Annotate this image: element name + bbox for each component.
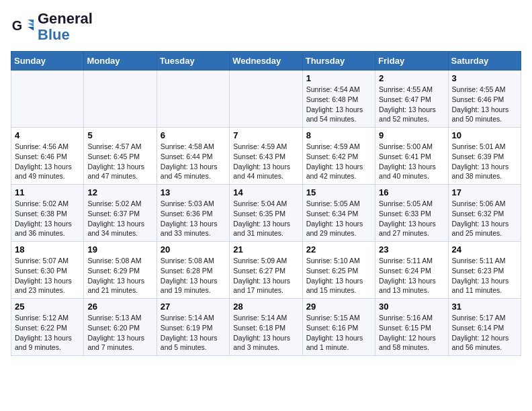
- day-info: Sunrise: 5:05 AM Sunset: 6:33 PM Dayligh…: [379, 199, 444, 238]
- day-number: 11: [15, 187, 80, 197]
- day-number: 3: [452, 73, 517, 83]
- day-info: Sunrise: 5:14 AM Sunset: 6:18 PM Dayligh…: [233, 313, 298, 353]
- calendar-cell: 5Sunrise: 4:57 AM Sunset: 6:45 PM Daylig…: [84, 128, 157, 185]
- day-info: Sunrise: 5:08 AM Sunset: 6:29 PM Dayligh…: [87, 256, 152, 295]
- calendar-cell: [11, 71, 84, 128]
- calendar-cell: 2Sunrise: 4:55 AM Sunset: 6:47 PM Daylig…: [375, 71, 448, 128]
- calendar-cell: 4Sunrise: 4:56 AM Sunset: 6:46 PM Daylig…: [11, 128, 84, 185]
- calendar-cell: 19Sunrise: 5:08 AM Sunset: 6:29 PM Dayli…: [84, 242, 157, 299]
- day-number: 17: [452, 187, 517, 197]
- day-number: 5: [87, 130, 152, 140]
- page-header: G GeneralBlue: [11, 11, 521, 43]
- calendar-cell: 21Sunrise: 5:09 AM Sunset: 6:27 PM Dayli…: [230, 242, 302, 299]
- calendar-cell: 12Sunrise: 5:02 AM Sunset: 6:37 PM Dayli…: [84, 185, 157, 242]
- day-info: Sunrise: 5:07 AM Sunset: 6:30 PM Dayligh…: [15, 256, 80, 295]
- header-friday: Friday: [375, 52, 448, 71]
- day-info: Sunrise: 4:56 AM Sunset: 6:46 PM Dayligh…: [15, 142, 80, 181]
- calendar-cell: 16Sunrise: 5:05 AM Sunset: 6:33 PM Dayli…: [375, 185, 448, 242]
- calendar-cell: 23Sunrise: 5:11 AM Sunset: 6:24 PM Dayli…: [375, 242, 448, 299]
- day-number: 27: [161, 302, 226, 312]
- svg-text:G: G: [12, 19, 22, 34]
- day-info: Sunrise: 5:02 AM Sunset: 6:37 PM Dayligh…: [87, 199, 152, 238]
- day-number: 14: [233, 187, 298, 197]
- day-number: 6: [161, 130, 226, 140]
- day-number: 7: [233, 130, 298, 140]
- header-tuesday: Tuesday: [157, 52, 229, 71]
- calendar-cell: 7Sunrise: 4:59 AM Sunset: 6:43 PM Daylig…: [230, 128, 302, 185]
- day-number: 12: [87, 187, 152, 197]
- calendar-cell: 6Sunrise: 4:58 AM Sunset: 6:44 PM Daylig…: [157, 128, 229, 185]
- day-info: Sunrise: 5:02 AM Sunset: 6:38 PM Dayligh…: [15, 199, 80, 238]
- week-row-2: 4Sunrise: 4:56 AM Sunset: 6:46 PM Daylig…: [11, 128, 521, 185]
- calendar-cell: 10Sunrise: 5:01 AM Sunset: 6:39 PM Dayli…: [448, 128, 521, 185]
- day-number: 22: [306, 244, 371, 255]
- day-number: 15: [306, 187, 371, 197]
- day-number: 31: [452, 302, 517, 312]
- calendar-cell: 1Sunrise: 4:54 AM Sunset: 6:48 PM Daylig…: [302, 71, 375, 128]
- calendar-cell: [157, 71, 229, 128]
- day-number: 2: [379, 73, 444, 83]
- day-number: 8: [306, 130, 371, 140]
- day-number: 24: [452, 244, 517, 255]
- calendar-cell: 31Sunrise: 5:17 AM Sunset: 6:14 PM Dayli…: [448, 299, 521, 356]
- svg-marker-1: [28, 19, 34, 23]
- day-info: Sunrise: 4:58 AM Sunset: 6:44 PM Dayligh…: [161, 142, 226, 181]
- day-info: Sunrise: 5:09 AM Sunset: 6:27 PM Dayligh…: [233, 256, 298, 295]
- calendar-cell: 22Sunrise: 5:10 AM Sunset: 6:25 PM Dayli…: [302, 242, 375, 299]
- calendar-cell: 9Sunrise: 5:00 AM Sunset: 6:41 PM Daylig…: [375, 128, 448, 185]
- calendar-cell: 25Sunrise: 5:12 AM Sunset: 6:22 PM Dayli…: [11, 299, 84, 356]
- day-info: Sunrise: 4:55 AM Sunset: 6:46 PM Dayligh…: [452, 85, 517, 124]
- day-number: 18: [15, 244, 80, 255]
- calendar-cell: 11Sunrise: 5:02 AM Sunset: 6:38 PM Dayli…: [11, 185, 84, 242]
- day-number: 30: [379, 302, 444, 312]
- day-number: 9: [379, 130, 444, 140]
- day-info: Sunrise: 5:04 AM Sunset: 6:35 PM Dayligh…: [233, 199, 298, 238]
- calendar-cell: 13Sunrise: 5:03 AM Sunset: 6:36 PM Dayli…: [157, 185, 229, 242]
- calendar-cell: 26Sunrise: 5:13 AM Sunset: 6:20 PM Dayli…: [84, 299, 157, 356]
- day-info: Sunrise: 5:08 AM Sunset: 6:28 PM Dayligh…: [161, 256, 226, 295]
- calendar-cell: 29Sunrise: 5:15 AM Sunset: 6:16 PM Dayli…: [302, 299, 375, 356]
- day-info: Sunrise: 4:54 AM Sunset: 6:48 PM Dayligh…: [306, 85, 371, 124]
- calendar-cell: 17Sunrise: 5:06 AM Sunset: 6:32 PM Dayli…: [448, 185, 521, 242]
- calendar-cell: 3Sunrise: 4:55 AM Sunset: 6:46 PM Daylig…: [448, 71, 521, 128]
- calendar-cell: 28Sunrise: 5:14 AM Sunset: 6:18 PM Dayli…: [230, 299, 302, 356]
- day-info: Sunrise: 5:16 AM Sunset: 6:15 PM Dayligh…: [379, 313, 444, 353]
- day-info: Sunrise: 5:15 AM Sunset: 6:16 PM Dayligh…: [306, 313, 371, 353]
- day-info: Sunrise: 5:14 AM Sunset: 6:19 PM Dayligh…: [161, 313, 226, 353]
- calendar-cell: 20Sunrise: 5:08 AM Sunset: 6:28 PM Dayli…: [157, 242, 229, 299]
- day-number: 19: [87, 244, 152, 255]
- week-row-4: 18Sunrise: 5:07 AM Sunset: 6:30 PM Dayli…: [11, 242, 521, 299]
- day-info: Sunrise: 4:57 AM Sunset: 6:45 PM Dayligh…: [87, 142, 152, 181]
- calendar-cell: 24Sunrise: 5:11 AM Sunset: 6:23 PM Dayli…: [448, 242, 521, 299]
- week-row-5: 25Sunrise: 5:12 AM Sunset: 6:22 PM Dayli…: [11, 299, 521, 356]
- day-number: 25: [15, 302, 80, 312]
- day-number: 20: [161, 244, 226, 255]
- header-wednesday: Wednesday: [230, 52, 302, 71]
- calendar-cell: [84, 71, 157, 128]
- day-info: Sunrise: 5:11 AM Sunset: 6:23 PM Dayligh…: [452, 256, 517, 295]
- calendar-cell: 27Sunrise: 5:14 AM Sunset: 6:19 PM Dayli…: [157, 299, 229, 356]
- svg-marker-3: [28, 27, 34, 30]
- svg-marker-2: [28, 24, 34, 27]
- day-info: Sunrise: 5:11 AM Sunset: 6:24 PM Dayligh…: [379, 256, 444, 295]
- week-row-3: 11Sunrise: 5:02 AM Sunset: 6:38 PM Dayli…: [11, 185, 521, 242]
- calendar-cell: 18Sunrise: 5:07 AM Sunset: 6:30 PM Dayli…: [11, 242, 84, 299]
- day-info: Sunrise: 4:59 AM Sunset: 6:42 PM Dayligh…: [306, 142, 371, 181]
- calendar-cell: 8Sunrise: 4:59 AM Sunset: 6:42 PM Daylig…: [302, 128, 375, 185]
- day-info: Sunrise: 5:01 AM Sunset: 6:39 PM Dayligh…: [452, 142, 517, 181]
- day-info: Sunrise: 5:17 AM Sunset: 6:14 PM Dayligh…: [452, 313, 517, 353]
- day-info: Sunrise: 5:10 AM Sunset: 6:25 PM Dayligh…: [306, 256, 371, 295]
- day-number: 4: [15, 130, 80, 140]
- logo-icon: G: [11, 15, 35, 39]
- day-number: 16: [379, 187, 444, 197]
- day-number: 1: [306, 73, 371, 83]
- day-number: 21: [233, 244, 298, 255]
- day-number: 29: [306, 302, 371, 312]
- calendar-table: SundayMondayTuesdayWednesdayThursdayFrid…: [11, 51, 521, 356]
- header-row: SundayMondayTuesdayWednesdayThursdayFrid…: [11, 52, 521, 71]
- day-number: 10: [452, 130, 517, 140]
- calendar-cell: 30Sunrise: 5:16 AM Sunset: 6:15 PM Dayli…: [375, 299, 448, 356]
- calendar-cell: 15Sunrise: 5:05 AM Sunset: 6:34 PM Dayli…: [302, 185, 375, 242]
- calendar-cell: 14Sunrise: 5:04 AM Sunset: 6:35 PM Dayli…: [230, 185, 302, 242]
- day-info: Sunrise: 5:12 AM Sunset: 6:22 PM Dayligh…: [15, 313, 80, 353]
